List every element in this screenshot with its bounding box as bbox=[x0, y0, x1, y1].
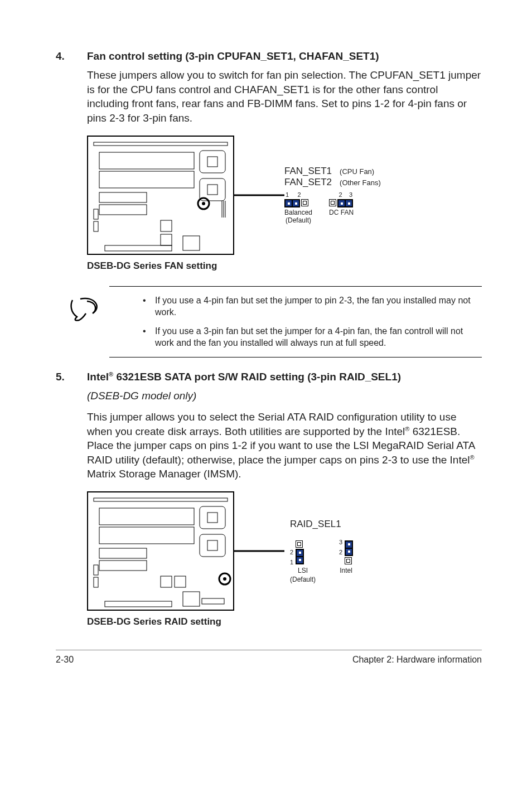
page-number: 2-30 bbox=[56, 655, 74, 665]
fan-diagram: FAN_SET1 (CPU Fan) FAN_SET2 (Other Fans)… bbox=[87, 136, 482, 255]
svg-rect-35 bbox=[105, 601, 172, 607]
vpin-num-1: 1 bbox=[290, 559, 293, 566]
note-box: • If you use a 4-pin fan but set the jum… bbox=[109, 286, 482, 357]
svg-rect-8 bbox=[99, 205, 147, 215]
svg-rect-9 bbox=[94, 209, 98, 219]
section-body-5: This jumper allows you to select the Ser… bbox=[87, 410, 482, 481]
jumper-caption-intel: Intel bbox=[339, 567, 353, 574]
arrow-icon-2 bbox=[234, 544, 284, 558]
svg-rect-4 bbox=[207, 157, 217, 167]
pin-name-raidsel1: RAID_SEL1 bbox=[290, 519, 345, 530]
section-header-5: 5. Intel® 6321ESB SATA port S/W RAID set… bbox=[56, 371, 482, 383]
arrow-icon bbox=[234, 189, 284, 202]
vpin-num-3b: 3 bbox=[339, 539, 342, 545]
svg-rect-13 bbox=[105, 245, 172, 251]
svg-rect-24 bbox=[99, 527, 194, 544]
svg-rect-27 bbox=[200, 534, 225, 557]
svg-rect-28 bbox=[207, 540, 217, 550]
jumper-caption-default: (Default) bbox=[284, 216, 312, 224]
jumper-lsi: 2 1 bbox=[290, 539, 316, 566]
svg-point-39 bbox=[223, 577, 226, 581]
svg-rect-7 bbox=[99, 192, 147, 202]
svg-rect-10 bbox=[94, 221, 98, 231]
note-text-2: If you use a 3-pin fan but set the jumpe… bbox=[155, 325, 476, 349]
section-body: These jumpers allow you to switch for fa… bbox=[87, 68, 482, 125]
note-text-1: If you use a 4-pin fan but set the jumpe… bbox=[155, 294, 476, 318]
jumper-caption-balanced: Balanced bbox=[284, 209, 312, 216]
fan-pin-panel: FAN_SET1 (CPU Fan) FAN_SET2 (Other Fans)… bbox=[284, 166, 381, 224]
pin-num-3: 3 bbox=[349, 191, 352, 198]
pin-name-fanset2: FAN_SET2 bbox=[284, 177, 332, 188]
svg-rect-6 bbox=[207, 185, 217, 195]
motherboard-schematic-2 bbox=[87, 491, 234, 611]
svg-rect-3 bbox=[200, 151, 225, 173]
svg-rect-26 bbox=[207, 513, 217, 523]
motherboard-schematic bbox=[87, 136, 234, 255]
svg-rect-1 bbox=[99, 152, 194, 169]
svg-rect-14 bbox=[183, 236, 200, 250]
svg-rect-23 bbox=[99, 508, 194, 525]
pin-num-1: 1 bbox=[286, 191, 289, 198]
note-bullet-1: • If you use a 4-pin fan but set the jum… bbox=[143, 294, 476, 318]
section-title: Fan control setting (3-pin CPUFAN_SET1, … bbox=[87, 50, 379, 62]
pin-name-fanset1: FAN_SET1 bbox=[284, 166, 332, 177]
svg-rect-29 bbox=[99, 548, 147, 558]
svg-rect-11 bbox=[161, 220, 172, 231]
diagram-caption-2: DSEB-DG Series RAID setting bbox=[87, 616, 482, 627]
svg-rect-22 bbox=[94, 498, 228, 501]
svg-rect-33 bbox=[161, 576, 172, 587]
svg-rect-32 bbox=[94, 577, 98, 587]
section-title-5: Intel® 6321ESB SATA port S/W RAID settin… bbox=[87, 371, 401, 383]
section-number-5: 5. bbox=[56, 371, 87, 383]
vpin-num-2b: 2 bbox=[339, 549, 342, 555]
svg-point-16 bbox=[202, 202, 205, 205]
svg-rect-37 bbox=[202, 598, 224, 604]
svg-rect-12 bbox=[161, 234, 172, 245]
vpin-num-2: 2 bbox=[290, 549, 293, 555]
section-fan-control: 4. Fan control setting (3-pin CPUFAN_SET… bbox=[56, 50, 482, 272]
pin-num-2b: 2 bbox=[338, 191, 342, 198]
svg-rect-30 bbox=[99, 561, 147, 571]
jumper-balanced: 1 2 Balanced (Default) bbox=[284, 191, 312, 224]
section-number: 4. bbox=[56, 50, 87, 62]
raid-pin-panel: RAID_SEL1 2 1 bbox=[290, 519, 353, 583]
svg-rect-34 bbox=[175, 576, 186, 587]
svg-rect-2 bbox=[99, 171, 194, 188]
jumper-caption-dcfan: DC FAN bbox=[329, 209, 354, 216]
jumper-caption-default-2: (Default) bbox=[290, 576, 316, 583]
raid-diagram: RAID_SEL1 2 1 bbox=[87, 491, 482, 611]
jumper-dcfan: 2 3 DC FAN bbox=[329, 191, 354, 224]
section-raid-setting: 5. Intel® 6321ESB SATA port S/W RAID set… bbox=[56, 371, 482, 627]
note-bullet-2: • If you use a 3-pin fan but set the jum… bbox=[143, 325, 476, 349]
svg-rect-25 bbox=[200, 506, 225, 529]
svg-rect-31 bbox=[94, 565, 98, 575]
pin-num-2: 2 bbox=[297, 191, 301, 198]
pin-desc-otherfans: (Other Fans) bbox=[340, 178, 381, 187]
svg-rect-36 bbox=[183, 592, 200, 606]
note-icon bbox=[69, 297, 100, 322]
page-footer: 2-30 Chapter 2: Hardware information bbox=[56, 650, 482, 665]
pin-desc-cpufan: (CPU Fan) bbox=[340, 167, 374, 176]
diagram-caption: DSEB-DG Series FAN setting bbox=[87, 260, 482, 272]
chapter-label: Chapter 2: Hardware information bbox=[352, 655, 482, 665]
jumper-intel: 3 2 bbox=[339, 539, 353, 566]
svg-rect-0 bbox=[94, 142, 228, 146]
section-header: 4. Fan control setting (3-pin CPUFAN_SET… bbox=[56, 50, 482, 62]
jumper-caption-lsi: LSI bbox=[290, 567, 316, 574]
section-subtitle-5: (DSEB-DG model only) bbox=[87, 389, 482, 403]
